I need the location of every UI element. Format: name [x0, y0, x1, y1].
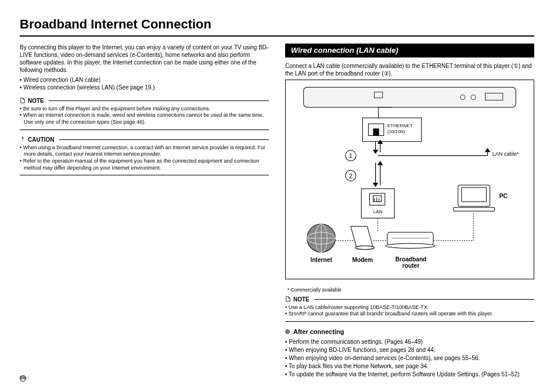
divider [285, 321, 534, 322]
page-separator: - [27, 375, 29, 382]
note-list: Be sure to turn off this Player and the … [20, 106, 269, 126]
bullet-icon [285, 329, 290, 334]
list-item: Use a LAN cable/router supporting 10BASE… [289, 304, 534, 311]
list-item: Perform the communication settings. (Pag… [290, 338, 534, 346]
after-connecting-label: After connecting [293, 328, 344, 336]
router-icon [386, 232, 435, 248]
ethernet-label: ETHERNET [387, 124, 413, 129]
note-label: NOTE [28, 97, 44, 105]
diagram-footnote: * Commercially available [287, 287, 534, 293]
caution-label: CAUTION [28, 136, 55, 143]
svg-rect-19 [454, 208, 495, 211]
list-item: When enjoying video on-demand services (… [290, 354, 534, 362]
intro-text: By connecting this player to the Interne… [20, 44, 269, 74]
page-title: Broadband Internet Connection [20, 16, 534, 33]
svg-rect-18 [462, 188, 487, 202]
svg-text:(10/100): (10/100) [387, 130, 405, 135]
note-rule [314, 299, 534, 300]
divider [20, 130, 269, 130]
section-header: Wired connection (LAN cable) [285, 44, 534, 58]
note-label: NOTE [293, 296, 310, 303]
caution-icon [20, 136, 26, 142]
svg-rect-12 [369, 193, 384, 205]
marker-2-label: 2 [349, 172, 352, 179]
list-item: Wireless connection (wireless LAN) (See … [20, 84, 269, 91]
list-item: SHARP cannot guarantee that all brands' … [289, 311, 534, 318]
note-rule [49, 100, 269, 101]
arrow-2-icon [373, 162, 383, 187]
left-column: By connecting this player to the Interne… [20, 44, 269, 379]
list-item: Wired connection (LAN cable) [20, 76, 269, 84]
section-intro: Connect a LAN cable (commercially availa… [285, 62, 534, 77]
pc-icon [454, 185, 495, 211]
list-item: To play back files via the Home Network,… [290, 362, 534, 370]
title-rule [20, 35, 534, 37]
list-item: Be sure to turn off this Player and the … [24, 106, 269, 113]
internet-label: Internet [311, 257, 333, 263]
modem-icon [351, 226, 375, 250]
right-column: Wired connection (LAN cable) Connect a L… [285, 44, 534, 379]
methods-list: Wired connection (LAN cable) Wireless co… [20, 76, 269, 91]
list-item: When an Internet connection is made, wir… [24, 112, 269, 125]
note-heading: NOTE [20, 97, 269, 105]
lan-cable-path [373, 141, 490, 156]
router-label-2: router [402, 262, 419, 269]
language-badge: EN [20, 375, 26, 382]
svg-point-23 [355, 246, 374, 250]
svg-point-21 [386, 244, 435, 249]
caution-heading: CAUTION [20, 136, 269, 143]
svg-rect-0 [304, 88, 516, 108]
pc-label: PC [499, 193, 508, 200]
modem-label: Modem [352, 257, 373, 263]
lan-cable-label: LAN cable* [492, 151, 519, 157]
marker-1-label: 1 [349, 153, 352, 160]
connection-diagram: ETHERNET (10/100) 1 LAN cable* 2 [285, 80, 534, 279]
note-list: Use a LAN cable/router supporting 10BASE… [285, 304, 534, 318]
note-icon [285, 296, 291, 302]
page-footer: EN - [20, 375, 29, 382]
list-item: When using a broadband Internet connecti… [24, 145, 269, 158]
router-label-1: Broadband [395, 256, 427, 262]
content-columns: By connecting this player to the Interne… [20, 44, 534, 379]
after-connecting-list: Perform the communication settings. (Pag… [285, 338, 534, 378]
list-item: To update the software via the Internet,… [290, 371, 534, 378]
lan-port-icon: LAN [361, 189, 394, 218]
player-device-icon [304, 88, 516, 108]
after-connecting-heading: After connecting [285, 328, 534, 336]
ethernet-port-icon: ETHERNET (10/100) [362, 107, 422, 142]
note-icon [20, 98, 26, 103]
lan-port-label: LAN [373, 210, 383, 215]
internet-globe-icon [307, 224, 336, 253]
svg-rect-7 [373, 129, 379, 136]
list-item: Refer to the operation manual of the equ… [24, 158, 269, 171]
caution-list: When using a broadband Internet connecti… [20, 145, 269, 172]
caution-rule [59, 139, 269, 140]
list-item: When enjoying BD-LIVE functions, see pag… [290, 346, 534, 354]
divider [20, 175, 269, 175]
note-heading: NOTE [285, 296, 534, 303]
